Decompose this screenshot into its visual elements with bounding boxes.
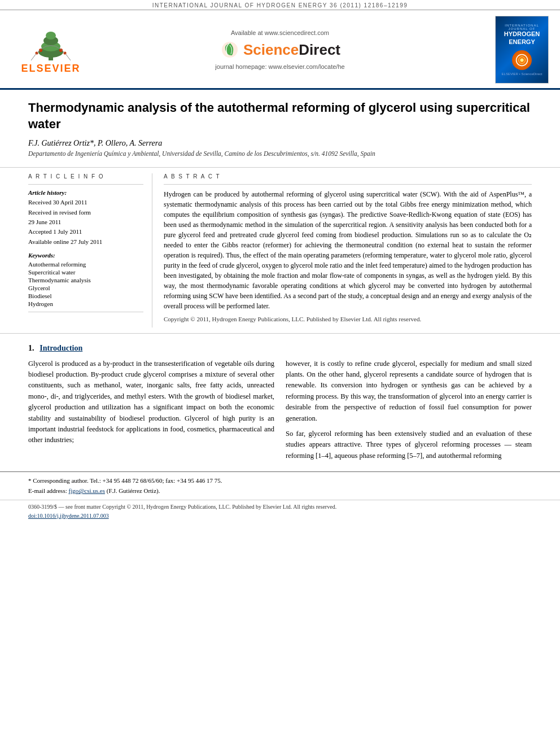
elsevier-tree-icon bbox=[28, 25, 73, 62]
doi-link[interactable]: doi:10.1016/j.ijhydene.2011.07.003 bbox=[28, 513, 109, 519]
intro-col1-text: Glycerol is produced as a by-product in … bbox=[28, 359, 274, 446]
copyright-text: Copyright © 2011, Hydrogen Energy Public… bbox=[164, 314, 532, 324]
svg-point-12 bbox=[520, 58, 524, 62]
journal-cover-container: INTERNATIONAL JOURNAL OF HYDROGENENERGY … bbox=[470, 16, 549, 84]
keyword-3: Thermodynamic analysis bbox=[28, 277, 143, 283]
footnote-corresponding: * Corresponding author. Tel.: +34 95 448… bbox=[28, 477, 532, 485]
intro-col2: however, it is costly to refine crude gl… bbox=[286, 359, 532, 466]
accepted-date: Accepted 1 July 2011 bbox=[28, 228, 143, 236]
available-at: Available at www.sciencedirect.com bbox=[90, 29, 470, 36]
journal-banner: INTERNATIONAL JOURNAL OF HYDROGEN ENERGY… bbox=[0, 0, 560, 10]
intro-title: Introduction bbox=[40, 344, 82, 352]
cover-title: HYDROGENENERGY bbox=[504, 30, 540, 45]
abstract-col: A B S T R A C T Hydrogen can be produced… bbox=[164, 173, 532, 327]
keywords-label: Keywords: bbox=[28, 252, 143, 259]
doi-text: doi:10.1016/j.ijhydene.2011.07.003 bbox=[28, 512, 532, 521]
footnote-email: E-mail address: fjgo@csi.us.es (F.J. Gut… bbox=[28, 487, 532, 495]
keyword-1: Autothermal reforming bbox=[28, 261, 143, 268]
keyword-5: Biodiesel bbox=[28, 292, 143, 299]
keyword-4: Glycerol bbox=[28, 285, 143, 291]
divider1 bbox=[28, 184, 143, 185]
abstract-text: Hydrogen can be produced by autothermal … bbox=[164, 189, 532, 324]
intro-p3: So far, glycerol reforming has been exte… bbox=[286, 429, 532, 461]
svg-point-4 bbox=[46, 32, 56, 40]
revised-date: 29 June 2011 bbox=[28, 218, 143, 226]
divider2 bbox=[28, 312, 143, 312]
elsevier-name: ELSEVIER bbox=[21, 63, 80, 75]
issn-text: 0360-3199/$ — see front matter Copyright… bbox=[28, 503, 532, 512]
divider3 bbox=[164, 184, 532, 185]
email-link[interactable]: fjgo@csi.us.es bbox=[68, 487, 105, 494]
elsevier-logo: ELSEVIER bbox=[11, 25, 90, 75]
sciencedirect-area: Available at www.sciencedirect.com Scien… bbox=[90, 29, 470, 70]
elsevier-logo-container: ELSEVIER bbox=[11, 25, 90, 75]
article-main-title: Thermodynamic analysis of the autotherma… bbox=[28, 100, 532, 132]
banner-text: INTERNATIONAL JOURNAL OF HYDROGEN ENERGY… bbox=[152, 2, 408, 8]
intro-p1: Glycerol is produced as a by-product in … bbox=[28, 359, 274, 446]
bottom-bar: 0360-3199/$ — see front matter Copyright… bbox=[0, 500, 560, 523]
received-revised-label: Received in revised form bbox=[28, 208, 143, 217]
history-label: Article history: bbox=[28, 189, 143, 196]
intro-body: Glycerol is produced as a by-product in … bbox=[28, 359, 532, 466]
available-date: Available online 27 July 2011 bbox=[28, 238, 143, 246]
section-number: 1. bbox=[28, 344, 34, 352]
intro-col1: Glycerol is produced as a by-product in … bbox=[28, 359, 274, 466]
cover-graphic bbox=[512, 50, 532, 70]
cover-circle-icon bbox=[515, 53, 529, 67]
keyword-6: Hydrogen bbox=[28, 300, 143, 307]
sciencedirect-logo: ScienceDirect bbox=[90, 40, 470, 60]
article-info-col: A R T I C L E I N F O Article history: R… bbox=[28, 173, 152, 327]
intro-heading: 1. Introduction bbox=[28, 344, 532, 353]
journal-homepage: journal homepage: www.elsevier.com/locat… bbox=[90, 63, 470, 70]
sciencedirect-leaf-icon bbox=[220, 40, 240, 60]
intro-col2-text: however, it is costly to refine crude gl… bbox=[286, 359, 532, 461]
authors: F.J. Gutiérrez Ortiz*, P. Ollero, A. Ser… bbox=[28, 139, 532, 148]
main-content: 1. Introduction Glycerol is produced as … bbox=[0, 334, 560, 471]
keyword-2: Supercritical water bbox=[28, 269, 143, 276]
journal-cover: INTERNATIONAL JOURNAL OF HYDROGENENERGY … bbox=[495, 16, 549, 84]
affiliation: Departamento de Ingeniería Química y Amb… bbox=[28, 150, 532, 157]
intro-p2: however, it is costly to refine crude gl… bbox=[286, 359, 532, 424]
abstract-label: A B S T R A C T bbox=[164, 173, 532, 180]
article-info-abstract: A R T I C L E I N F O Article history: R… bbox=[0, 168, 560, 334]
article-title-section: Thermodynamic analysis of the autotherma… bbox=[0, 90, 560, 168]
article-info-label: A R T I C L E I N F O bbox=[28, 173, 143, 180]
sd-brand-text: ScienceDirect bbox=[243, 41, 340, 59]
received-date: Received 30 April 2011 bbox=[28, 198, 143, 207]
footnotes-section: * Corresponding author. Tel.: +34 95 448… bbox=[0, 471, 560, 500]
abstract-paragraph: Hydrogen can be produced by autothermal … bbox=[164, 189, 532, 311]
header-area: ELSEVIER Available at www.sciencedirect.… bbox=[0, 10, 560, 90]
